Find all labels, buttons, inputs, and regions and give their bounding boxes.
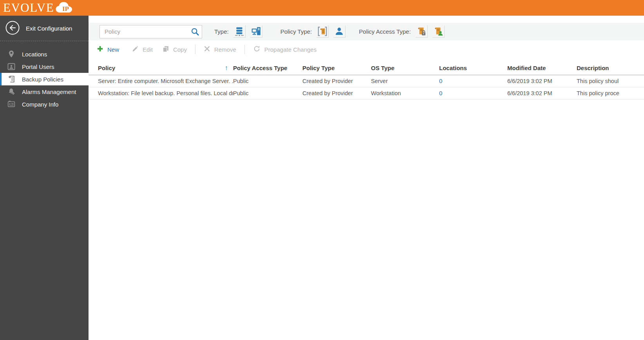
action-bar: New Edit C bbox=[89, 42, 644, 57]
sidebar-item-locations[interactable]: Locations bbox=[0, 48, 89, 60]
column-header-os-type[interactable]: OS Type bbox=[371, 65, 439, 71]
user-policy-icon[interactable] bbox=[333, 25, 346, 38]
server-type-icon[interactable] bbox=[233, 25, 246, 38]
top-bar: EVOLVE IP bbox=[0, 0, 644, 16]
table-row[interactable]: Workstation: File level backup. Personal… bbox=[89, 87, 644, 99]
column-header-locations[interactable]: Locations bbox=[439, 65, 507, 71]
remove-button-label: Remove bbox=[214, 47, 236, 52]
remove-button[interactable]: Remove bbox=[204, 45, 236, 53]
column-header-policy-access-type[interactable]: Policy Access Type bbox=[233, 65, 302, 71]
policy-search-input[interactable] bbox=[100, 25, 188, 38]
refresh-icon bbox=[253, 45, 260, 54]
sidebar-item-portal-users[interactable]: Portal Users bbox=[0, 60, 89, 73]
new-button-label: New bbox=[107, 47, 119, 52]
sidebar-item-label: Locations bbox=[22, 51, 47, 58]
policy-access-type-filter-label: Policy Access Type: bbox=[359, 28, 411, 35]
copy-button-label: Copy bbox=[173, 47, 187, 52]
propagate-changes-label: Propagate Changes bbox=[264, 47, 317, 52]
locations-count-link[interactable]: 0 bbox=[439, 78, 442, 84]
location-pin-icon bbox=[7, 50, 15, 58]
column-header-policy[interactable]: Policy ↑ bbox=[98, 65, 233, 71]
sidebar-item-company-info[interactable]: Company Info bbox=[0, 98, 89, 110]
brand-logo: EVOLVE IP bbox=[3, 0, 77, 16]
sidebar-item-alarms-management[interactable]: Alarms Management bbox=[0, 85, 89, 98]
table-header-row: Policy ↑ Policy Access Type Policy Type … bbox=[89, 61, 644, 75]
copy-icon bbox=[162, 45, 169, 54]
arrow-left-circle-icon bbox=[5, 20, 20, 36]
exit-configuration-label: Exit Configuration bbox=[26, 25, 72, 32]
brand-cloud-ip-icon: IP bbox=[55, 0, 77, 16]
filter-bar: Type: bbox=[89, 23, 644, 40]
edit-button[interactable]: Edit bbox=[132, 45, 153, 54]
plus-icon bbox=[97, 45, 103, 53]
public-policy-user-icon[interactable] bbox=[432, 25, 445, 38]
pencil-icon bbox=[132, 45, 139, 54]
sidebar-item-label: Alarms Management bbox=[22, 89, 76, 95]
sidebar-nav: Locations Portal Users bbox=[0, 41, 89, 110]
copy-button[interactable]: Copy bbox=[162, 45, 187, 54]
actionbar-separator bbox=[195, 45, 195, 54]
svg-text:IP: IP bbox=[62, 5, 69, 13]
propagate-changes-button[interactable]: Propagate Changes bbox=[253, 45, 317, 54]
workstation-type-icon[interactable] bbox=[250, 25, 262, 38]
search-icon[interactable] bbox=[188, 25, 202, 38]
brand-logo-text: EVOLVE bbox=[3, 0, 54, 16]
cell-policy-access-type: Public bbox=[233, 78, 302, 84]
main-content: Type: bbox=[89, 16, 644, 340]
provider-policy-icon[interactable] bbox=[317, 25, 329, 38]
sidebar: Exit Configuration Locations bbox=[0, 16, 89, 340]
backup-policy-scroll-icon bbox=[7, 75, 15, 83]
sidebar-item-label: Company Info bbox=[22, 101, 58, 108]
cell-policy-type: Created by Provider bbox=[302, 78, 371, 84]
private-policy-lock-icon[interactable] bbox=[416, 25, 428, 38]
cell-policy: Server: Entire computer. Microsoft Excha… bbox=[98, 78, 233, 84]
alarm-bell-gear-icon bbox=[7, 88, 15, 96]
type-filter-label: Type: bbox=[214, 28, 229, 35]
column-header-policy-type[interactable]: Policy Type bbox=[302, 65, 371, 71]
column-header-modified-date[interactable]: Modified Date bbox=[507, 65, 577, 71]
cell-policy: Workstation: File level backup. Personal… bbox=[98, 90, 233, 96]
x-icon bbox=[204, 45, 210, 53]
cell-policy-type: Created by Provider bbox=[302, 90, 371, 96]
exit-configuration-button[interactable]: Exit Configuration bbox=[0, 16, 89, 41]
policies-table: Policy ↑ Policy Access Type Policy Type … bbox=[89, 61, 644, 99]
sidebar-item-label: Portal Users bbox=[22, 63, 54, 70]
sidebar-item-backup-policies[interactable]: Backup Policies bbox=[0, 73, 89, 85]
sort-ascending-icon: ↑ bbox=[225, 65, 228, 71]
cell-modified-date: 6/6/2019 3:02 PM bbox=[507, 90, 577, 96]
policy-type-filter-label: Policy Type: bbox=[280, 28, 312, 35]
cell-description: This policy shoul bbox=[577, 78, 644, 84]
app-window: EVOLVE IP Exit Configuration bbox=[0, 0, 644, 340]
actionbar-separator bbox=[244, 45, 245, 54]
policy-search-box bbox=[99, 25, 202, 38]
table-row[interactable]: Server: Entire computer. Microsoft Excha… bbox=[89, 75, 644, 87]
cell-os-type: Server bbox=[371, 78, 439, 84]
portal-user-icon bbox=[7, 63, 15, 71]
company-info-icon bbox=[7, 100, 15, 108]
cell-modified-date: 6/6/2019 3:02 PM bbox=[507, 78, 577, 84]
edit-button-label: Edit bbox=[143, 47, 153, 52]
column-header-description[interactable]: Description bbox=[577, 65, 644, 71]
sidebar-item-label: Backup Policies bbox=[22, 76, 63, 83]
cell-os-type: Workstation bbox=[371, 90, 439, 96]
new-button[interactable]: New bbox=[97, 45, 119, 53]
cell-policy-access-type: Public bbox=[233, 90, 302, 96]
cell-description: This policy proce bbox=[577, 90, 644, 96]
locations-count-link[interactable]: 0 bbox=[439, 90, 442, 96]
